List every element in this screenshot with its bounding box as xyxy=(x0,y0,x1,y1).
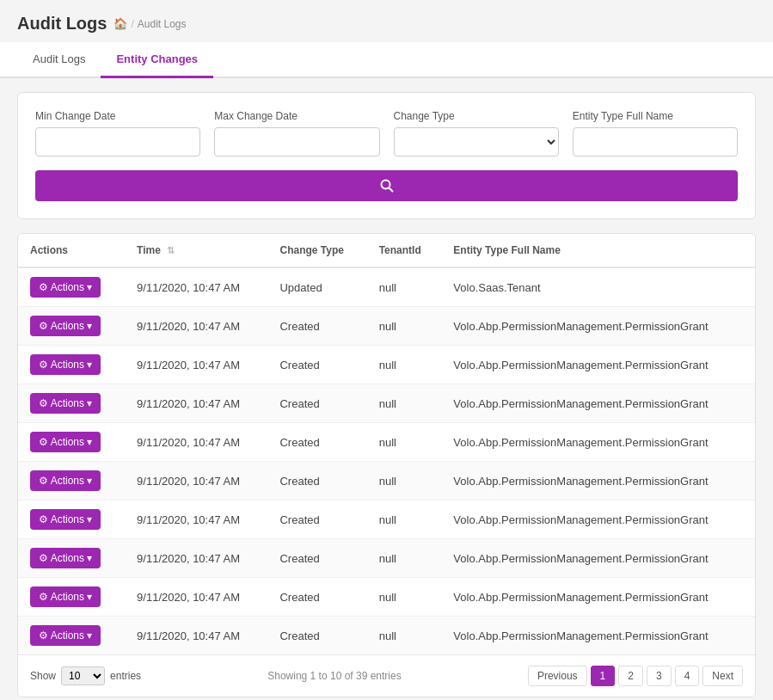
filter-row: Min Change Date Max Change Date Change T… xyxy=(35,110,738,157)
page-header: Audit Logs 🏠 / Audit Logs xyxy=(0,0,773,42)
actions-button[interactable]: ⚙ Actions ▾ xyxy=(30,432,101,452)
filter-section: Min Change Date Max Change Date Change T… xyxy=(18,93,755,218)
show-label: Show xyxy=(30,670,56,682)
cell-tenant-id: null xyxy=(367,500,442,539)
cell-change-type: Created xyxy=(267,462,366,500)
tabs-bar: Audit Logs Entity Changes xyxy=(0,42,773,78)
min-change-date-input[interactable] xyxy=(35,127,200,157)
main-content: Min Change Date Max Change Date Change T… xyxy=(0,78,773,700)
table-card: Actions Time ⇅ Change Type TenantId Enti… xyxy=(17,233,756,697)
cell-tenant-id: null xyxy=(367,346,442,384)
cell-change-type: Created xyxy=(267,539,366,578)
previous-button[interactable]: Previous xyxy=(528,666,587,686)
col-header-change-type: Change Type xyxy=(267,234,366,267)
cell-tenant-id: null xyxy=(367,307,442,346)
max-change-date-input[interactable] xyxy=(214,127,379,157)
breadcrumb: 🏠 / Audit Logs xyxy=(113,17,186,30)
col-header-actions: Actions xyxy=(18,234,125,267)
table-row: ⚙ Actions ▾9/11/2020, 10:47 AMCreatednul… xyxy=(18,307,755,346)
tab-audit-logs[interactable]: Audit Logs xyxy=(17,42,101,78)
show-entries: Show 10 25 50 100 entries xyxy=(30,666,141,685)
cell-actions: ⚙ Actions ▾ xyxy=(18,617,125,655)
entity-type-full-name-input[interactable] xyxy=(573,127,738,157)
table-row: ⚙ Actions ▾9/11/2020, 10:47 AMCreatednul… xyxy=(18,617,755,655)
cell-entity-type: Volo.Abp.PermissionManagement.Permission… xyxy=(441,384,755,423)
max-change-date-label: Max Change Date xyxy=(214,110,379,122)
cell-actions: ⚙ Actions ▾ xyxy=(18,384,125,423)
cell-tenant-id: null xyxy=(367,539,442,578)
cell-time: 9/11/2020, 10:47 AM xyxy=(125,423,267,462)
cell-time: 9/11/2020, 10:47 AM xyxy=(125,500,267,539)
cell-change-type: Created xyxy=(267,617,366,655)
cell-actions: ⚙ Actions ▾ xyxy=(18,423,125,462)
cell-change-type: Created xyxy=(267,500,366,539)
page-3-button[interactable]: 3 xyxy=(647,666,672,686)
cell-actions: ⚙ Actions ▾ xyxy=(18,500,125,539)
cell-time: 9/11/2020, 10:47 AM xyxy=(125,384,267,423)
cell-actions: ⚙ Actions ▾ xyxy=(18,578,125,617)
search-button[interactable] xyxy=(35,170,738,201)
change-type-label: Change Type xyxy=(394,110,559,122)
cell-actions: ⚙ Actions ▾ xyxy=(18,539,125,578)
cell-time: 9/11/2020, 10:47 AM xyxy=(125,346,267,384)
actions-button[interactable]: ⚙ Actions ▾ xyxy=(30,548,101,568)
cell-change-type: Updated xyxy=(267,267,366,307)
filter-group-entity-type: Entity Type Full Name xyxy=(573,110,738,157)
pagination: Previous 1 2 3 4 Next xyxy=(528,666,743,686)
cell-time: 9/11/2020, 10:47 AM xyxy=(125,307,267,346)
page-2-button[interactable]: 2 xyxy=(618,666,643,686)
table-row: ⚙ Actions ▾9/11/2020, 10:47 AMCreatednul… xyxy=(18,539,755,578)
tab-entity-changes[interactable]: Entity Changes xyxy=(101,42,213,78)
cell-actions: ⚙ Actions ▾ xyxy=(18,462,125,500)
svg-line-1 xyxy=(389,188,392,192)
actions-button[interactable]: ⚙ Actions ▾ xyxy=(30,509,101,530)
actions-button[interactable]: ⚙ Actions ▾ xyxy=(30,354,101,375)
page-4-button[interactable]: 4 xyxy=(675,666,700,686)
change-type-select[interactable]: Created Updated Deleted xyxy=(394,127,559,157)
cell-tenant-id: null xyxy=(367,578,442,617)
cell-entity-type: Volo.Abp.PermissionManagement.Permission… xyxy=(441,500,755,539)
entity-type-full-name-label: Entity Type Full Name xyxy=(573,110,738,122)
table-header-row: Actions Time ⇅ Change Type TenantId Enti… xyxy=(18,234,755,267)
entity-changes-table: Actions Time ⇅ Change Type TenantId Enti… xyxy=(18,234,755,654)
cell-entity-type: Volo.Saas.Tenant xyxy=(441,267,755,307)
sort-icon: ⇅ xyxy=(167,245,175,255)
cell-tenant-id: null xyxy=(367,384,442,423)
page-1-button[interactable]: 1 xyxy=(591,666,616,686)
col-header-tenant-id: TenantId xyxy=(367,234,442,267)
table-row: ⚙ Actions ▾9/11/2020, 10:47 AMCreatednul… xyxy=(18,423,755,462)
cell-actions: ⚙ Actions ▾ xyxy=(18,346,125,384)
cell-entity-type: Volo.Abp.PermissionManagement.Permission… xyxy=(441,307,755,346)
actions-button[interactable]: ⚙ Actions ▾ xyxy=(30,393,101,414)
cell-time: 9/11/2020, 10:47 AM xyxy=(125,539,267,578)
actions-button[interactable]: ⚙ Actions ▾ xyxy=(30,586,101,607)
cell-actions: ⚙ Actions ▾ xyxy=(18,307,125,346)
filter-group-change-type: Change Type Created Updated Deleted xyxy=(394,110,559,157)
breadcrumb-home-icon: 🏠 xyxy=(113,17,127,30)
entries-label: entries xyxy=(110,670,141,682)
col-header-entity-type: Entity Type Full Name xyxy=(441,234,755,267)
col-header-time[interactable]: Time ⇅ xyxy=(125,234,267,267)
page-title: Audit Logs xyxy=(17,14,107,34)
table-row: ⚙ Actions ▾9/11/2020, 10:47 AMCreatednul… xyxy=(18,384,755,423)
next-button[interactable]: Next xyxy=(702,666,743,686)
cell-change-type: Created xyxy=(267,384,366,423)
actions-button[interactable]: ⚙ Actions ▾ xyxy=(30,316,101,336)
actions-button[interactable]: ⚙ Actions ▾ xyxy=(30,625,101,646)
actions-button[interactable]: ⚙ Actions ▾ xyxy=(30,277,101,298)
table-row: ⚙ Actions ▾9/11/2020, 10:47 AMCreatednul… xyxy=(18,346,755,384)
cell-change-type: Created xyxy=(267,423,366,462)
cell-tenant-id: null xyxy=(367,423,442,462)
cell-time: 9/11/2020, 10:47 AM xyxy=(125,267,267,307)
table-row: ⚙ Actions ▾9/11/2020, 10:47 AMCreatednul… xyxy=(18,500,755,539)
table-row: ⚙ Actions ▾9/11/2020, 10:47 AMCreatednul… xyxy=(18,462,755,500)
entries-select[interactable]: 10 25 50 100 xyxy=(61,666,105,685)
cell-time: 9/11/2020, 10:47 AM xyxy=(125,578,267,617)
filter-group-max-date: Max Change Date xyxy=(214,110,379,157)
table-body: ⚙ Actions ▾9/11/2020, 10:47 AMUpdatednul… xyxy=(18,267,755,654)
breadcrumb-separator: / xyxy=(131,18,133,30)
table-row: ⚙ Actions ▾9/11/2020, 10:47 AMCreatednul… xyxy=(18,578,755,617)
actions-button[interactable]: ⚙ Actions ▾ xyxy=(30,470,101,491)
cell-entity-type: Volo.Abp.PermissionManagement.Permission… xyxy=(441,539,755,578)
cell-time: 9/11/2020, 10:47 AM xyxy=(125,617,267,655)
